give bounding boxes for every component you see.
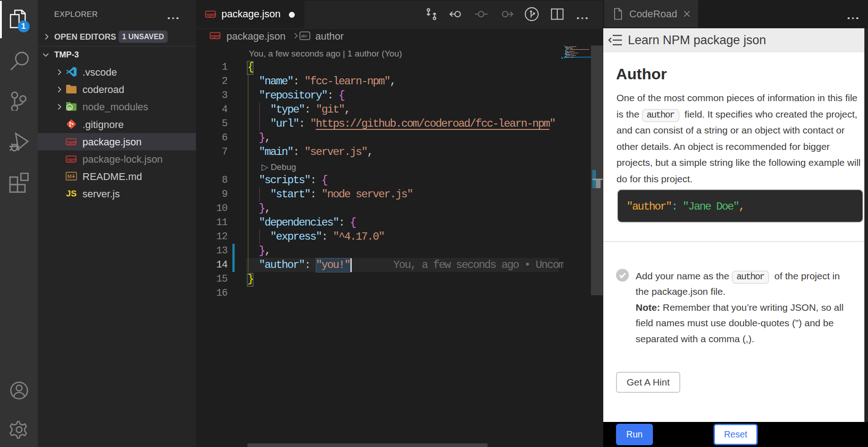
svg-text:npm: npm <box>67 157 77 162</box>
svg-text:npm: npm <box>211 33 221 38</box>
svg-text:M: M <box>67 174 72 179</box>
svg-text:js: js <box>68 106 72 110</box>
svg-text:npm: npm <box>206 12 216 17</box>
svg-text:npm: npm <box>67 139 77 144</box>
svg-text:abc: abc <box>301 34 308 38</box>
